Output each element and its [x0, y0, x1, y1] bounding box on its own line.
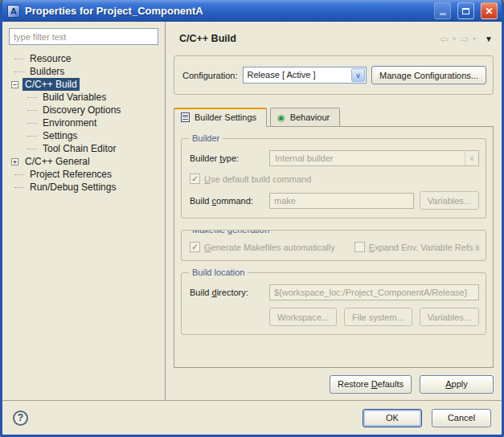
forward-arrow-icon: ⇨ — [460, 33, 469, 45]
close-icon: ✕ — [485, 6, 493, 17]
tree-item-resource[interactable]: Resource — [9, 52, 158, 65]
tree-connector — [14, 59, 24, 59]
checkbox-label: Generate Makefiles automatically — [204, 243, 335, 252]
tree-item-run-debug-settings[interactable]: Run/Debug Settings — [9, 181, 158, 194]
properties-tree: Resource Builders − C/C++ Build Build Va… — [9, 52, 158, 194]
expand-env-variable-refs-checkbox: Expand Env. Variable Refs in M — [354, 242, 479, 252]
maximize-button[interactable] — [457, 2, 474, 19]
use-default-build-command-checkbox: ✓ Use default build command — [190, 174, 311, 184]
tree-connector — [27, 149, 37, 149]
back-dropdown-icon: ▾ — [453, 35, 456, 43]
checkbox-checked-icon: ✓ — [190, 242, 200, 252]
builder-group-title: Builder — [189, 133, 223, 143]
tree-item-label: Project References — [27, 168, 114, 181]
view-menu-icon[interactable]: ▼ — [485, 35, 493, 43]
tree-connector — [27, 97, 37, 98]
builder-type-label: Builder type: — [190, 153, 264, 163]
ok-button[interactable]: OK — [363, 409, 422, 427]
build-directory-field — [269, 284, 479, 300]
behaviour-icon: ◉ — [277, 113, 285, 122]
generate-makefiles-checkbox: ✓ Generate Makefiles automatically — [190, 242, 335, 252]
file-system-button: File system... — [344, 308, 412, 326]
tree-item-label: Builders — [27, 65, 67, 78]
tab-behaviour[interactable]: ◉ Behaviour — [270, 108, 340, 126]
forward-dropdown-icon: ▾ — [473, 35, 476, 43]
page-header: C/C++ Build ⇦ ▾ ⇨ ▾ ▼ — [173, 22, 494, 52]
tab-builder-settings[interactable]: Builder Settings — [174, 108, 267, 127]
build-command-label: Build command: — [190, 196, 264, 206]
window-icon: A — [7, 5, 20, 18]
configuration-label: Configuration: — [182, 71, 238, 80]
workspace-button: Workspace... — [269, 308, 337, 326]
tree-item-tool-chain-editor[interactable]: Tool Chain Editor — [9, 142, 158, 155]
tree-item-discovery-options[interactable]: Discovery Options — [9, 104, 158, 116]
build-location-group-title: Build location — [189, 268, 248, 277]
combo-arrow-icon: ∨ — [465, 151, 478, 165]
minimize-icon — [440, 13, 446, 15]
checkbox-label: Use default build command — [204, 174, 311, 184]
sidebar: Resource Builders − C/C++ Build Build Va… — [2, 22, 166, 400]
tree-item-project-references[interactable]: Project References — [9, 168, 158, 181]
close-button[interactable]: ✕ — [481, 2, 498, 19]
combo-arrow-icon[interactable]: ∨ — [351, 68, 365, 82]
tree-item-environment[interactable]: Environment — [9, 116, 158, 129]
help-icon: ? — [18, 412, 23, 423]
tree-item-build-variables[interactable]: Build Variables — [9, 91, 158, 104]
tree-item-builders[interactable]: Builders — [9, 65, 158, 78]
builder-type-combo: Internal builder ∨ — [269, 150, 479, 166]
apply-button[interactable]: Apply — [420, 375, 494, 394]
dialog-footer: ? OK Cancel — [2, 400, 502, 435]
builder-group: Builder Builder type: Internal builder ∨… — [181, 138, 486, 218]
tree-item-label: Resource — [27, 52, 73, 65]
tree-connector — [27, 110, 37, 111]
back-arrow-icon: ⇦ — [440, 33, 449, 45]
checkbox-label: Expand Env. Variable Refs in M — [369, 243, 479, 252]
expand-icon[interactable]: + — [11, 158, 18, 165]
tree-item-label: Discovery Options — [40, 104, 123, 116]
restore-defaults-button[interactable]: Restore Defaults — [330, 375, 412, 394]
tree-connector — [27, 136, 37, 137]
page-title: C/C++ Build — [179, 33, 440, 44]
tree-connector — [14, 187, 24, 188]
makefile-generation-group-title: Makefile generation — [189, 230, 272, 235]
dialog-body: Resource Builders − C/C++ Build Build Va… — [2, 22, 502, 400]
tree-item-label: C/C++ General — [23, 155, 92, 168]
tree-item-ccpp-general[interactable]: + C/C++ General — [9, 155, 158, 168]
configuration-combo[interactable]: Release [ Active ] ∨ — [243, 67, 367, 84]
window-title: Properties for Project_ComponentA — [25, 5, 428, 17]
minimize-button — [434, 2, 451, 19]
configuration-combo-value: Release [ Active ] — [244, 67, 351, 83]
tab-label: Behaviour — [290, 112, 330, 122]
tree-item-label: Tool Chain Editor — [40, 142, 118, 155]
maximize-icon — [462, 8, 469, 14]
builder-settings-icon — [181, 112, 190, 122]
variables-button: Variables... — [420, 308, 479, 326]
checkbox-checked-icon: ✓ — [190, 174, 200, 184]
nav-toolbar: ⇦ ▾ ⇨ ▾ ▼ — [440, 33, 493, 45]
cancel-button[interactable]: Cancel — [432, 409, 491, 427]
filter-input[interactable] — [9, 28, 158, 45]
tree-connector — [14, 174, 24, 175]
tree-item-label-selected: C/C++ Build — [23, 78, 80, 91]
content-pane: C/C++ Build ⇦ ▾ ⇨ ▾ ▼ Configuration: Rel… — [166, 22, 502, 400]
properties-dialog: A Properties for Project_ComponentA ✕ Re… — [0, 0, 504, 437]
tree-item-label: Build Variables — [40, 91, 109, 104]
build-command-field — [269, 193, 414, 209]
tree-connector — [27, 123, 37, 124]
tab-label: Builder Settings — [195, 112, 256, 122]
tree-item-label: Settings — [40, 129, 80, 142]
collapse-icon[interactable]: − — [11, 81, 18, 88]
manage-configurations-button[interactable]: Manage Configurations... — [371, 66, 486, 84]
builder-type-value: Internal builder — [270, 151, 465, 165]
help-button[interactable]: ? — [13, 410, 28, 426]
build-directory-label: Build directory: — [190, 288, 264, 297]
tree-item-label: Run/Debug Settings — [27, 181, 118, 194]
tree-item-settings[interactable]: Settings — [9, 129, 158, 142]
title-bar[interactable]: A Properties for Project_ComponentA ✕ — [2, 0, 502, 22]
page-actions: Restore Defaults Apply — [173, 368, 494, 400]
build-location-group: Build location Build directory: Workspac… — [181, 272, 486, 335]
tree-item-label: Environment — [40, 116, 99, 129]
configuration-box: Configuration: Release [ Active ] ∨ Mana… — [174, 55, 494, 95]
makefile-generation-group: Makefile generation ✓ Generate Makefiles… — [181, 230, 486, 261]
tree-item-ccpp-build[interactable]: − C/C++ Build — [9, 78, 158, 91]
